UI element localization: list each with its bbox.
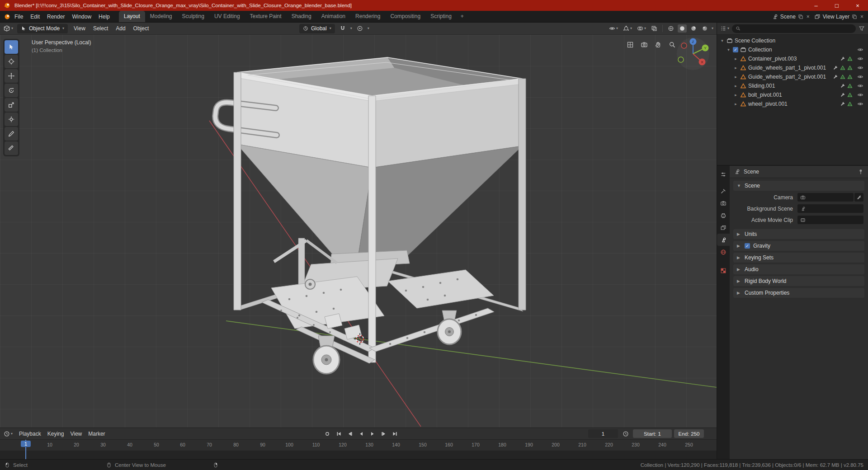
tab-animation[interactable]: Animation bbox=[316, 11, 350, 22]
menu-object[interactable]: Object bbox=[132, 25, 151, 32]
close-button[interactable]: × bbox=[847, 0, 868, 11]
menu-help[interactable]: Help bbox=[95, 12, 113, 21]
xray-toggle[interactable] bbox=[650, 24, 659, 33]
editor-type-button[interactable]: ▾ bbox=[3, 25, 13, 32]
outliner-row-object[interactable]: ▸ Container_pivot.003 bbox=[717, 54, 868, 63]
outliner-row-object[interactable]: ▸ bolt_pivot.001 bbox=[717, 90, 868, 99]
hide-eye-icon[interactable] bbox=[854, 65, 863, 71]
mesh-data-icon[interactable] bbox=[847, 83, 853, 89]
outliner-search-input[interactable] bbox=[743, 26, 852, 31]
mesh-data-icon[interactable] bbox=[847, 101, 853, 107]
timeline-body[interactable] bbox=[0, 451, 717, 459]
tab-output[interactable] bbox=[717, 209, 730, 221]
jump-to-end-button[interactable] bbox=[390, 429, 400, 438]
snap-toggle[interactable] bbox=[338, 24, 347, 33]
show-gizmo-dropdown[interactable]: ▾ bbox=[622, 24, 633, 33]
maximize-button[interactable]: □ bbox=[826, 0, 847, 11]
navigation-gizmo[interactable]: Z Y X bbox=[677, 38, 709, 70]
expand-caret-icon[interactable]: ▸ bbox=[733, 66, 738, 70]
modifier-wrench-icon[interactable] bbox=[833, 74, 838, 80]
outliner-search[interactable] bbox=[732, 24, 856, 33]
frame-start-field[interactable]: Start: 1 bbox=[633, 429, 672, 438]
expand-caret-icon[interactable]: ▾ bbox=[726, 47, 731, 52]
tool-tweak-select[interactable] bbox=[5, 40, 18, 54]
tab-shading[interactable]: Shading bbox=[287, 11, 316, 22]
tab-view-layer[interactable] bbox=[717, 221, 730, 234]
tool-scale[interactable] bbox=[5, 98, 18, 112]
scene-selector[interactable]: Scene × bbox=[772, 14, 811, 20]
outliner-row-object[interactable]: ▸ Sliding.001 bbox=[717, 81, 868, 90]
overlays-dropdown[interactable]: ▾ bbox=[636, 24, 647, 33]
menu-view[interactable]: View bbox=[70, 431, 82, 437]
menu-marker[interactable]: Marker bbox=[88, 431, 105, 437]
mesh-data-icon[interactable] bbox=[840, 74, 845, 80]
tab-texture-paint[interactable]: Texture Paint bbox=[245, 11, 287, 22]
tab-world[interactable] bbox=[717, 246, 730, 258]
modifier-wrench-icon[interactable] bbox=[840, 83, 845, 89]
current-frame-field[interactable]: 1 bbox=[588, 429, 618, 438]
mesh-data-icon[interactable] bbox=[847, 92, 853, 98]
active-movie-clip-field[interactable] bbox=[797, 216, 863, 224]
menu-file[interactable]: File bbox=[11, 12, 27, 21]
remove-view-layer-icon[interactable]: × bbox=[859, 14, 864, 20]
jump-to-start-button[interactable] bbox=[333, 429, 344, 438]
menu-playback[interactable]: Playback bbox=[19, 431, 41, 437]
timeline-editor-type-button[interactable]: ▾ bbox=[4, 431, 13, 437]
tool-cursor[interactable] bbox=[5, 55, 18, 68]
expand-caret-icon[interactable]: ▸ bbox=[733, 93, 738, 97]
outliner-row-collection[interactable]: ▾ ✓ Collection bbox=[717, 45, 868, 54]
shading-material-button[interactable] bbox=[689, 24, 698, 33]
panel-scene[interactable]: ▼ Scene bbox=[733, 181, 864, 191]
properties-editor-type-button[interactable] bbox=[717, 168, 730, 180]
panel-keying-sets[interactable]: ▶ Keying Sets bbox=[733, 253, 864, 263]
previous-keyframe-button[interactable] bbox=[344, 429, 355, 438]
frame-end-field[interactable]: End: 250 bbox=[674, 429, 704, 438]
hide-eye-icon[interactable] bbox=[854, 92, 863, 98]
eyedropper-button[interactable] bbox=[854, 193, 863, 202]
menu-edit[interactable]: Edit bbox=[27, 12, 43, 21]
new-scene-icon[interactable] bbox=[798, 14, 803, 19]
tool-annotate[interactable] bbox=[5, 127, 18, 141]
proportional-options-chevron-icon[interactable]: ▾ bbox=[368, 27, 369, 30]
play-reverse-button[interactable] bbox=[356, 429, 366, 438]
mesh-data-icon[interactable] bbox=[847, 56, 853, 61]
modifier-wrench-icon[interactable] bbox=[840, 101, 845, 107]
hide-eye-icon[interactable] bbox=[854, 83, 863, 89]
tab-modeling[interactable]: Modeling bbox=[145, 11, 177, 22]
view-layer-selector[interactable]: View Layer × bbox=[814, 14, 864, 20]
expand-caret-icon[interactable]: ▸ bbox=[733, 102, 738, 106]
menu-add[interactable]: Add bbox=[114, 25, 127, 32]
panel-units[interactable]: ▶ Units bbox=[733, 229, 864, 239]
hide-eye-icon[interactable] bbox=[854, 47, 863, 53]
minimize-button[interactable]: – bbox=[806, 0, 826, 11]
toggle-projection-icon[interactable] bbox=[628, 42, 633, 47]
blender-menu-icon[interactable] bbox=[4, 13, 11, 20]
3d-viewport[interactable]: Z Y X User Perspective (Local) (1) Colle… bbox=[0, 35, 717, 428]
expand-caret-icon[interactable]: ▾ bbox=[720, 38, 725, 43]
gravity-checkbox[interactable]: ✓ bbox=[745, 243, 750, 249]
tab-compositing[interactable]: Compositing bbox=[385, 11, 425, 22]
collection-checkbox[interactable]: ✓ bbox=[733, 47, 738, 52]
outliner-row-object[interactable]: ▸ Guide_wheels_part_2_pivot.001 bbox=[717, 72, 868, 81]
expand-caret-icon[interactable]: ▸ bbox=[733, 84, 738, 88]
panel-custom-properties[interactable]: ▶ Custom Properties bbox=[733, 288, 864, 298]
mesh-data-icon[interactable] bbox=[847, 74, 853, 80]
tab-texture[interactable] bbox=[717, 264, 730, 277]
background-scene-field[interactable] bbox=[797, 204, 863, 213]
expand-caret-icon[interactable]: ▸ bbox=[733, 56, 738, 61]
shading-options-chevron-icon[interactable]: ▾ bbox=[712, 27, 713, 30]
outliner-editor-type-button[interactable]: ▾ bbox=[720, 25, 729, 32]
add-workspace-button[interactable]: + bbox=[457, 11, 468, 22]
tab-tool[interactable] bbox=[717, 185, 730, 197]
menu-view[interactable]: View bbox=[72, 25, 87, 32]
tool-rotate[interactable] bbox=[5, 84, 18, 97]
auto-keying-toggle[interactable] bbox=[322, 429, 332, 438]
menu-window[interactable]: Window bbox=[68, 12, 95, 21]
hide-eye-icon[interactable] bbox=[854, 101, 863, 107]
mesh-data-icon[interactable] bbox=[840, 65, 845, 70]
panel-gravity[interactable]: ▶ ✓ Gravity bbox=[733, 241, 864, 251]
menu-keying[interactable]: Keying bbox=[47, 431, 64, 437]
outliner-row-object[interactable]: ▸ Guide_wheels_part_1_pivot.001 bbox=[717, 63, 868, 72]
filter-funnel-icon[interactable] bbox=[859, 25, 865, 32]
shading-solid-button[interactable] bbox=[678, 24, 687, 33]
